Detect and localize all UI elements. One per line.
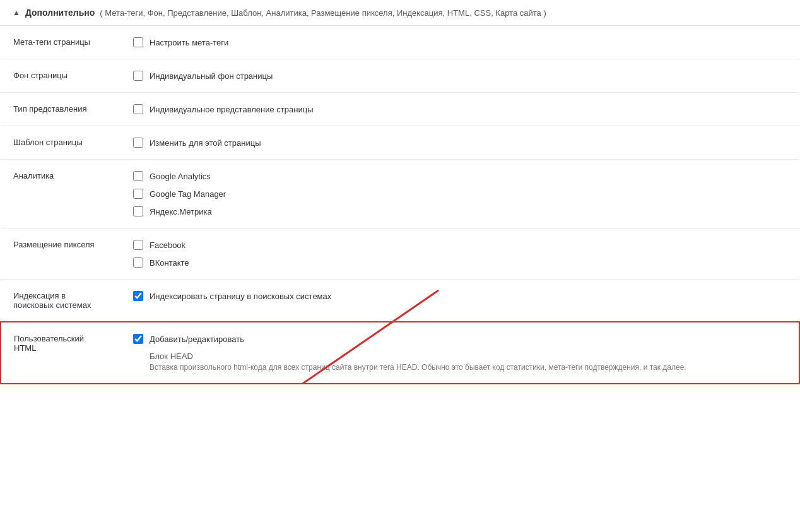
settings-row-meta-tags: Мета-теги страницыНастроить мета-теги bbox=[1, 26, 799, 59]
checkbox-row-analytics-1: Google Tag Manager bbox=[133, 189, 787, 199]
checkbox-row-template-0: Изменить для этой страницы bbox=[133, 138, 787, 148]
page-wrapper: ▲ Дополнительно ( Мета-теги, Фон, Предст… bbox=[0, 0, 800, 384]
label-view-type: Тип представления bbox=[1, 93, 121, 126]
label-analytics: Аналитика bbox=[1, 160, 121, 228]
content-analytics: Google AnalyticsGoogle Tag ManagerЯндекс… bbox=[121, 160, 799, 228]
content-meta-tags: Настроить мета-теги bbox=[121, 26, 799, 59]
checkbox-row-custom-html-0: Добавить/редактировать bbox=[133, 334, 786, 344]
label-indexing: Индексация в поисковых системах bbox=[1, 280, 121, 322]
checkbox-row-pixel-1: ВКонтакте bbox=[133, 257, 787, 268]
checkbox-label-analytics-0: Google Analytics bbox=[150, 172, 211, 181]
label-pixel: Размещение пикселя bbox=[1, 228, 121, 280]
checkbox-label-template-0: Изменить для этой страницы bbox=[150, 138, 261, 148]
checkbox-pixel-0[interactable] bbox=[133, 240, 143, 250]
label-background: Фон страницы bbox=[1, 59, 121, 93]
checkbox-row-view-type-0: Индивидуальное представление страницы bbox=[133, 104, 787, 114]
section-header[interactable]: ▲ Дополнительно ( Мета-теги, Фон, Предст… bbox=[0, 0, 800, 26]
section-subtitle: ( Мета-теги, Фон, Представление, Шаблон,… bbox=[100, 8, 546, 18]
checkbox-label-analytics-1: Google Tag Manager bbox=[150, 189, 226, 199]
checkbox-row-pixel-0: Facebook bbox=[133, 240, 787, 250]
checkbox-label-pixel-1: ВКонтакте bbox=[150, 258, 189, 268]
checkbox-analytics-1[interactable] bbox=[133, 189, 143, 199]
sub-description-custom-html: Блок HEADВставка произвольного html-кода… bbox=[150, 352, 786, 372]
checkbox-label-analytics-2: Яндекс.Метрика bbox=[150, 207, 212, 216]
settings-row-indexing: Индексация в поисковых системахИндексиро… bbox=[1, 280, 799, 322]
checkbox-custom-html-0[interactable] bbox=[133, 334, 143, 344]
collapse-arrow-icon: ▲ bbox=[13, 8, 20, 17]
checkbox-analytics-2[interactable] bbox=[133, 206, 143, 216]
checkbox-label-pixel-0: Facebook bbox=[150, 240, 185, 250]
sub-desc-text-custom-html: Вставка произвольного html-кода для всех… bbox=[150, 363, 786, 372]
content-view-type: Индивидуальное представление страницы bbox=[121, 93, 799, 126]
sub-desc-title-custom-html: Блок HEAD bbox=[150, 352, 786, 361]
checkbox-analytics-0[interactable] bbox=[133, 171, 143, 181]
checkbox-label-indexing-0: Индексировать страницу в поисковых систе… bbox=[150, 292, 331, 301]
content-indexing: Индексировать страницу в поисковых систе… bbox=[121, 280, 799, 322]
settings-row-template: Шаблон страницыИзменить для этой страниц… bbox=[1, 126, 799, 160]
checkbox-row-analytics-2: Яндекс.Метрика bbox=[133, 206, 787, 216]
content-template: Изменить для этой страницы bbox=[121, 126, 799, 160]
label-meta-tags: Мета-теги страницы bbox=[1, 26, 121, 59]
checkbox-label-view-type-0: Индивидуальное представление страницы bbox=[150, 105, 314, 114]
checkbox-label-background-0: Индивидуальный фон страницы bbox=[150, 71, 273, 81]
settings-table: Мета-теги страницыНастроить мета-тегиФон… bbox=[0, 26, 800, 384]
section-title: Дополнительно bbox=[25, 8, 95, 18]
settings-row-analytics: АналитикаGoogle AnalyticsGoogle Tag Mana… bbox=[1, 160, 799, 228]
checkbox-row-indexing-0: Индексировать страницу в поисковых систе… bbox=[133, 291, 787, 301]
checkbox-label-meta-tags-0: Настроить мета-теги bbox=[150, 38, 228, 47]
settings-row-pixel: Размещение пикселяFacebookВКонтакте bbox=[1, 228, 799, 280]
checkbox-meta-tags-0[interactable] bbox=[133, 37, 143, 47]
content-custom-html: Добавить/редактироватьБлок HEADВставка п… bbox=[121, 322, 799, 384]
checkbox-row-background-0: Индивидуальный фон страницы bbox=[133, 71, 787, 81]
settings-row-background: Фон страницыИндивидуальный фон страницы bbox=[1, 59, 799, 93]
checkbox-pixel-1[interactable] bbox=[133, 257, 143, 268]
checkbox-view-type-0[interactable] bbox=[133, 104, 143, 114]
label-custom-html: Пользовательский HTML bbox=[1, 322, 121, 384]
checkbox-row-meta-tags-0: Настроить мета-теги bbox=[133, 37, 787, 47]
label-template: Шаблон страницы bbox=[1, 126, 121, 160]
content-pixel: FacebookВКонтакте bbox=[121, 228, 799, 280]
settings-row-view-type: Тип представленияИндивидуальное представ… bbox=[1, 93, 799, 126]
checkbox-label-custom-html-0: Добавить/редактировать bbox=[150, 334, 244, 344]
content-background: Индивидуальный фон страницы bbox=[121, 59, 799, 93]
checkbox-background-0[interactable] bbox=[133, 71, 143, 81]
settings-row-custom-html: Пользовательский HTMLДобавить/редактиров… bbox=[1, 322, 799, 384]
checkbox-indexing-0[interactable] bbox=[133, 291, 143, 301]
checkbox-row-analytics-0: Google Analytics bbox=[133, 171, 787, 181]
checkbox-template-0[interactable] bbox=[133, 138, 143, 148]
